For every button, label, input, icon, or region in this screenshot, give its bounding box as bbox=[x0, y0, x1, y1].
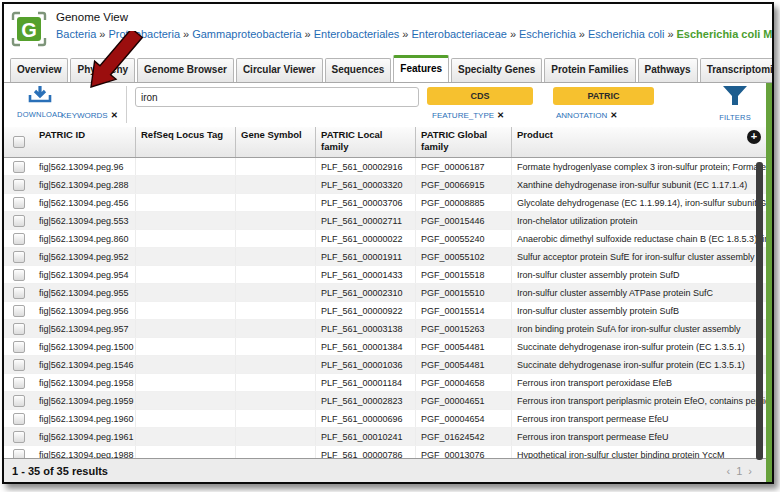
column-header-patric-id[interactable]: PATRIC ID bbox=[34, 127, 136, 157]
tab-transcriptomics[interactable]: Transcriptomics bbox=[700, 58, 774, 82]
table-row[interactable]: fig|562.13094.peg.456PLF_561_00003706PGF… bbox=[4, 194, 772, 212]
row-checkbox[interactable] bbox=[13, 179, 25, 191]
breadcrumb-current-genome: Escherichia coli MRSN_test_a bbox=[677, 28, 772, 40]
row-checkbox[interactable] bbox=[13, 377, 25, 389]
cell-patric_id: fig|562.13094.peg.956 bbox=[34, 302, 136, 319]
table-row[interactable]: fig|562.13094.peg.955PLF_561_00002310PGF… bbox=[4, 284, 772, 302]
cell-patric_id: fig|562.13094.peg.456 bbox=[34, 194, 136, 211]
tab-circular-viewer[interactable]: Circular Viewer bbox=[236, 58, 323, 82]
row-checkbox[interactable] bbox=[13, 359, 25, 371]
column-header-gene-symbol[interactable]: Gene Symbol bbox=[236, 127, 316, 157]
feature-type-remove-button[interactable]: ✕ bbox=[497, 110, 504, 120]
table-row[interactable]: fig|562.13094.peg.553PLF_561_00002711PGF… bbox=[4, 212, 772, 230]
table-row[interactable]: fig|562.13094.peg.1546PLF_561_00001036PG… bbox=[4, 356, 772, 374]
keyword-search-input[interactable] bbox=[135, 87, 419, 107]
table-row[interactable]: fig|562.13094.peg.1500PLF_561_00001384PG… bbox=[4, 338, 772, 356]
table-row[interactable]: fig|562.13094.peg.1960PLF_561_00000696PG… bbox=[4, 410, 772, 428]
cell-patric_id: fig|562.13094.peg.288 bbox=[34, 176, 136, 193]
annotation-chip[interactable]: PATRIC bbox=[553, 87, 654, 105]
cell-product: Succinate dehydrogenase iron-sulfur prot… bbox=[512, 356, 772, 373]
cell-patric_id: fig|562.13094.peg.553 bbox=[34, 212, 136, 229]
row-checkbox[interactable] bbox=[13, 305, 25, 317]
tab-protein-families[interactable]: Protein Families bbox=[544, 58, 635, 82]
cell-patric_id: fig|562.13094.peg.860 bbox=[34, 230, 136, 247]
row-checkbox[interactable] bbox=[13, 233, 25, 245]
vertical-scrollbar[interactable] bbox=[756, 162, 763, 460]
row-checkbox[interactable] bbox=[13, 449, 25, 459]
download-icon bbox=[28, 86, 52, 104]
row-checkbox[interactable] bbox=[13, 341, 25, 353]
tab-genome-browser[interactable]: Genome Browser bbox=[137, 58, 234, 82]
breadcrumb-link[interactable]: Escherichia bbox=[519, 28, 576, 40]
table-row[interactable]: fig|562.13094.peg.957PLF_561_00003138PGF… bbox=[4, 320, 772, 338]
table-row[interactable]: fig|562.13094.peg.288PLF_561_00003320PGF… bbox=[4, 176, 772, 194]
annotation-remove-button[interactable]: ✕ bbox=[610, 110, 617, 120]
tab-features[interactable]: Features bbox=[393, 55, 449, 82]
row-checkbox[interactable] bbox=[13, 197, 25, 209]
row-checkbox[interactable] bbox=[13, 251, 25, 263]
row-checkbox[interactable] bbox=[13, 269, 25, 281]
table-row[interactable]: fig|562.13094.peg.1958PLF_561_00001184PG… bbox=[4, 374, 772, 392]
cell-pgf: PGF_00008885 bbox=[416, 194, 512, 211]
table-row[interactable]: fig|562.13094.peg.952PLF_561_00001911PGF… bbox=[4, 248, 772, 266]
tab-overview[interactable]: Overview bbox=[10, 58, 68, 82]
row-checkbox[interactable] bbox=[13, 215, 25, 227]
breadcrumb-link[interactable]: Enterobacteriales bbox=[314, 28, 400, 40]
cell-product: Hypothetical iron-sulfur cluster binding… bbox=[512, 446, 772, 458]
table-row[interactable]: fig|562.13094.peg.860PLF_561_00000022PGF… bbox=[4, 230, 772, 248]
cell-pgf: PGF_00015510 bbox=[416, 284, 512, 301]
keywords-remove-button[interactable]: ✕ bbox=[111, 110, 118, 120]
cell-gene_symbol bbox=[236, 320, 316, 337]
tab-pathways[interactable]: Pathways bbox=[638, 58, 698, 82]
column-header-refseq-locus-tag[interactable]: RefSeq Locus Tag bbox=[136, 127, 236, 157]
cell-plf: PLF_561_00003138 bbox=[316, 320, 416, 337]
filters-button[interactable]: FILTERS bbox=[712, 85, 758, 122]
row-checkbox[interactable] bbox=[13, 287, 25, 299]
current-page[interactable]: 1 bbox=[736, 465, 742, 477]
cell-patric_id: fig|562.13094.peg.1960 bbox=[34, 410, 136, 427]
select-all-cell bbox=[4, 127, 34, 157]
cell-product: Iron-sulfur cluster assembly protein Suf… bbox=[512, 266, 772, 283]
cell-plf: PLF_561_00003320 bbox=[316, 176, 416, 193]
breadcrumb-separator: » bbox=[302, 28, 314, 40]
cell-product: Ferrous iron transport permease EfeU bbox=[512, 410, 772, 427]
table-row[interactable]: fig|562.13094.peg.1959PLF_561_00002823PG… bbox=[4, 392, 772, 410]
table-row[interactable]: fig|562.13094.peg.954PLF_561_00001433PGF… bbox=[4, 266, 772, 284]
breadcrumb-link[interactable]: Gammaproteobacteria bbox=[192, 28, 301, 40]
cell-plf: PLF_561_00001384 bbox=[316, 338, 416, 355]
row-checkbox[interactable] bbox=[13, 395, 25, 407]
row-checkbox[interactable] bbox=[13, 323, 25, 335]
row-checkbox[interactable] bbox=[13, 413, 25, 425]
row-checkbox-cell bbox=[4, 176, 34, 193]
table-row[interactable]: fig|562.13094.peg.1961PLF_561_00010241PG… bbox=[4, 428, 772, 446]
tab-specialty-genes[interactable]: Specialty Genes bbox=[451, 58, 542, 82]
feature-type-chip[interactable]: CDS bbox=[427, 87, 533, 105]
tab-phylogeny[interactable]: Phylogeny bbox=[70, 58, 135, 82]
page-title: Genome View bbox=[56, 11, 772, 23]
breadcrumb-link[interactable]: Escherichia coli bbox=[588, 28, 664, 40]
download-button[interactable]: DOWNLOAD bbox=[14, 86, 66, 119]
keywords-facet-label: KEYWORDS✕ bbox=[61, 110, 118, 120]
filters-label: FILTERS bbox=[712, 113, 758, 122]
table-row[interactable]: fig|562.13094.peg.1988PLF_561_00000786PG… bbox=[4, 446, 772, 458]
cell-product: Iron binding protein SufA for iron-sulfu… bbox=[512, 320, 772, 337]
column-header-patric-global-family[interactable]: PATRIC Global family bbox=[416, 127, 512, 157]
prev-page-button[interactable]: ‹ bbox=[727, 465, 731, 477]
add-column-button[interactable]: + bbox=[747, 130, 761, 144]
row-checkbox[interactable] bbox=[13, 161, 25, 173]
select-all-checkbox[interactable] bbox=[13, 136, 25, 148]
cell-refseq_locus_tag bbox=[136, 284, 236, 301]
table-row[interactable]: fig|562.13094.peg.956PLF_561_00000922PGF… bbox=[4, 302, 772, 320]
breadcrumb-link[interactable]: Proteobacteria bbox=[108, 28, 180, 40]
column-header-product[interactable]: Product bbox=[512, 127, 772, 157]
tab-sequences[interactable]: Sequences bbox=[325, 58, 392, 82]
breadcrumb-link[interactable]: Enterobacteriaceae bbox=[411, 28, 506, 40]
next-page-button[interactable]: › bbox=[748, 465, 752, 477]
row-checkbox[interactable] bbox=[13, 431, 25, 443]
table-row[interactable]: fig|562.13094.peg.96PLF_561_00002916PGF_… bbox=[4, 158, 772, 176]
column-header-patric-local-family[interactable]: PATRIC Local family bbox=[316, 127, 416, 157]
breadcrumb-link[interactable]: Bacteria bbox=[56, 28, 96, 40]
cell-pgf: PGF_00015446 bbox=[416, 212, 512, 229]
cell-gene_symbol bbox=[236, 176, 316, 193]
cell-gene_symbol bbox=[236, 158, 316, 175]
